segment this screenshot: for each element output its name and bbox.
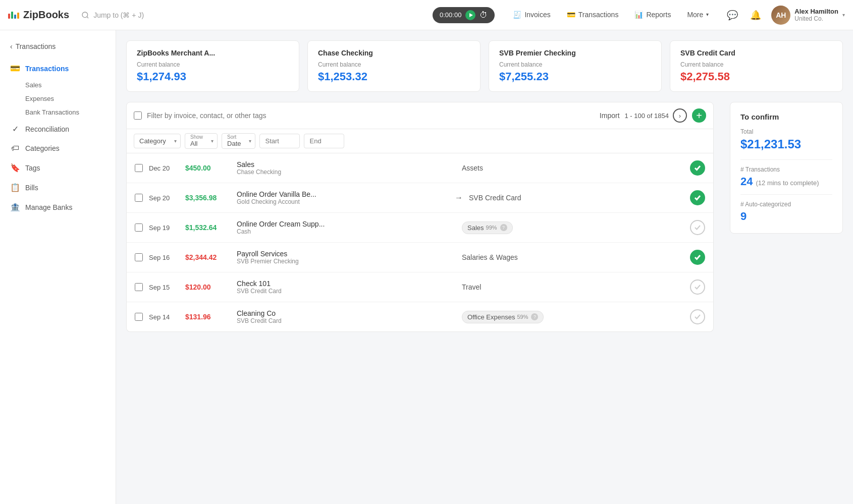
sidebar-sub-sales[interactable]: Sales (0, 78, 116, 92)
tx1-date: Dec 20 (149, 164, 179, 172)
tx6-status[interactable] (687, 309, 705, 324)
tx3-description[interactable]: Online Order Cream Supp... Cash (237, 220, 456, 235)
tx3-status[interactable] (687, 220, 705, 235)
sidebar-item-transactions[interactable]: 💳 Transactions (0, 59, 116, 78)
logo-text: ZipBooks (23, 9, 69, 21)
sidebar-categories-label: Categories (25, 144, 60, 152)
nav-more[interactable]: More ▾ (679, 0, 717, 30)
sidebar-item-bills[interactable]: 📋 Bills (0, 178, 116, 197)
show-filter[interactable]: Show All (185, 133, 218, 149)
confirm-title: To confirm (740, 113, 832, 121)
nav-reports[interactable]: 📊 Reports (626, 0, 679, 30)
import-button[interactable]: Import (600, 111, 620, 120)
account-chase-title: Chase Checking (318, 49, 470, 57)
show-value: All (190, 140, 203, 147)
tx6-description[interactable]: Cleaning Co SVB Credit Card (237, 309, 456, 324)
account-cards: ZipBooks Merchant A... Current balance $… (126, 40, 843, 92)
date-end-input[interactable] (304, 134, 344, 148)
tx4-amount: $2,344.42 (185, 253, 231, 261)
sidebar-item-manage-banks[interactable]: 🏦 Manage Banks (0, 197, 116, 217)
category-filter[interactable]: Category (134, 134, 181, 148)
show-label: Show (190, 135, 203, 140)
account-card-chase[interactable]: Chase Checking Current balance $1,253.32 (307, 40, 481, 92)
tx4-category-text: Salaries & Wages (462, 253, 518, 261)
label-icon: 🔖 (10, 163, 20, 173)
sidebar-sub-expenses[interactable]: Expenses (0, 92, 116, 105)
tag-icon: 🏷 (10, 144, 20, 153)
logo-bar-1 (8, 14, 10, 19)
tx6-desc-title: Cleaning Co (237, 309, 456, 317)
tx3-category[interactable]: Sales 99% ? (462, 221, 681, 234)
main-content: ZipBooks Merchant A... Current balance $… (116, 30, 853, 504)
sidebar-reconciliation-label: Reconciliation (25, 125, 69, 133)
tx2-category[interactable]: SVB Credit Card (469, 194, 681, 202)
right-panel: To confirm Total $21,231.53 # Transactio… (722, 102, 843, 332)
sort-filter[interactable]: Sort Date (222, 133, 255, 149)
table-row: Sep 15 $120.00 Check 101 SVB Credit Card… (127, 272, 713, 302)
tx1-checkbox[interactable] (135, 164, 143, 172)
tx5-unconfirmed-icon (690, 279, 705, 295)
account-card-svb-credit[interactable]: SVB Credit Card Current balance $2,275.5… (670, 40, 843, 92)
notification-button[interactable]: 🔔 (748, 8, 763, 23)
tx6-question-icon: ? (531, 313, 538, 320)
date-start-input[interactable] (259, 134, 300, 148)
sidebar-sub-bank-transactions[interactable]: Bank Transactions (0, 105, 116, 119)
account-svb-checking-label: Current balance (499, 61, 651, 68)
tx1-status[interactable] (687, 160, 705, 176)
user-menu[interactable]: AH Alex Hamilton United Co. ▾ (771, 6, 845, 25)
toolbar: Import 1 - 100 of 1854 › + (126, 102, 714, 129)
tx4-status[interactable] (687, 250, 705, 265)
account-card-svb-checking[interactable]: SVB Premier Checking Current balance $7,… (489, 40, 662, 92)
show-filter-wrapper: Show All ▾ (185, 133, 218, 149)
tx6-checkbox[interactable] (135, 313, 143, 321)
tx3-amount: $1,532.64 (185, 223, 231, 232)
filter-input[interactable] (147, 111, 595, 120)
tx6-category[interactable]: Office Expenses 59% ? (462, 311, 681, 323)
sidebar-tags-label: Tags (25, 164, 40, 172)
tx2-status[interactable] (687, 190, 705, 205)
tx2-description[interactable]: Online Order Vanilla Be... Gold Checking… (237, 190, 449, 205)
chat-button[interactable]: 💬 (725, 8, 740, 23)
tx5-checkbox[interactable] (135, 283, 143, 291)
reports-icon: 📊 (634, 11, 643, 19)
tx5-status[interactable] (687, 279, 705, 295)
tx1-description[interactable]: Sales Chase Checking (237, 160, 456, 176)
tx6-category-badge: Office Expenses 59% ? (462, 311, 544, 323)
sidebar-item-reconciliation[interactable]: ✓ Reconciliation (0, 119, 116, 139)
tx4-checkbox[interactable] (135, 253, 143, 261)
user-menu-chevron: ▾ (842, 12, 845, 18)
page-next-button[interactable]: › (673, 108, 687, 123)
back-icon: ‹ (10, 42, 13, 50)
add-transaction-button[interactable]: + (692, 108, 706, 123)
table-row: Sep 16 $2,344.42 Payroll Services SVB Pr… (127, 243, 713, 272)
nav-invoices[interactable]: 🧾 Invoices (505, 0, 558, 30)
confirm-transactions-detail: (12 mins to complete) (756, 179, 819, 187)
search-bar[interactable]: Jump to (⌘ + J) (81, 11, 144, 19)
tx3-checkbox[interactable] (135, 223, 143, 232)
bottom-section: Import 1 - 100 of 1854 › + Category ▾ (126, 102, 843, 332)
tx4-confirmed-icon (690, 250, 705, 265)
timer-stop-icon: ⏱ (479, 11, 488, 20)
sidebar-bills-label: Bills (25, 184, 38, 192)
tx1-category[interactable]: Assets (462, 164, 681, 172)
table-row: Sep 14 $131.96 Cleaning Co SVB Credit Ca… (127, 302, 713, 331)
sidebar-item-categories[interactable]: 🏷 Categories (0, 139, 116, 158)
tx4-date: Sep 16 (149, 254, 179, 261)
nav-transactions[interactable]: 💳 Transactions (559, 0, 627, 30)
sort-label: Sort (227, 135, 241, 140)
tx5-description[interactable]: Check 101 SVB Credit Card (237, 279, 456, 295)
tx4-description[interactable]: Payroll Services SVB Premier Checking (237, 250, 456, 265)
transactions-section: Import 1 - 100 of 1854 › + Category ▾ (126, 102, 714, 332)
timer-play-button[interactable] (465, 10, 475, 20)
account-zipbooks-title: ZipBooks Merchant A... (137, 49, 289, 57)
tx4-category[interactable]: Salaries & Wages (462, 253, 681, 261)
tx5-category[interactable]: Travel (462, 283, 681, 291)
select-all-checkbox[interactable] (134, 111, 142, 120)
sidebar-item-tags[interactable]: 🔖 Tags (0, 158, 116, 178)
tx2-checkbox[interactable] (135, 194, 143, 202)
header-actions: 💬 🔔 AH Alex Hamilton United Co. ▾ (725, 6, 845, 25)
timer-widget[interactable]: 0:00:00 ⏱ (433, 7, 495, 23)
account-card-zipbooks[interactable]: ZipBooks Merchant A... Current balance $… (126, 40, 299, 92)
account-chase-label: Current balance (318, 61, 470, 68)
sidebar-back-button[interactable]: ‹ Transactions (0, 38, 116, 54)
